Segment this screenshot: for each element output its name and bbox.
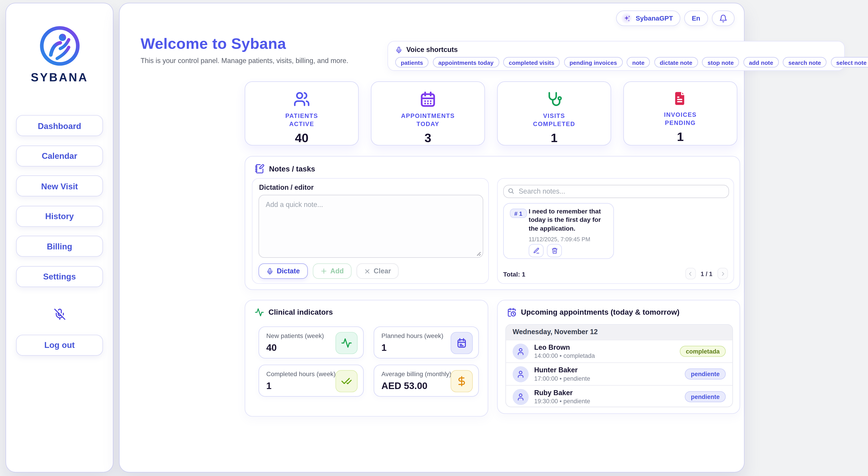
appointment-row[interactable]: Hunter Baker 17:00:00 • pendiente pendie… [506, 362, 733, 385]
calendar-icon [451, 332, 473, 354]
activity-icon [255, 308, 264, 317]
stat-value-appointments: 3 [425, 131, 431, 146]
sybanagpt-label: SybanaGPT [636, 14, 673, 22]
note-card[interactable]: # 1 I need to remember that today is the… [503, 203, 614, 259]
clinical-indicators-title: Clinical indicators [269, 308, 333, 317]
language-button[interactable]: En [684, 11, 708, 26]
user-avatar-icon [513, 343, 529, 359]
clear-note-button[interactable]: Clear [356, 263, 399, 279]
appointment-detail: 19:30:00 • pendiente [534, 398, 590, 404]
note-number-badge: # 1 [510, 209, 527, 218]
bell-icon [719, 14, 727, 22]
page-indicator: 1 / 1 [701, 270, 712, 277]
patient-name: Ruby Baker [534, 389, 590, 397]
sidebar: SYBANA Dashboard Calendar New Visit Hist… [5, 3, 114, 472]
status-badge: completada [680, 346, 726, 357]
mic-off-icon[interactable] [53, 308, 66, 320]
search-notes-input[interactable] [503, 185, 729, 198]
clinical-indicators-panel: Clinical indicators New patients (week) … [245, 300, 488, 417]
patient-name: Leo Brown [534, 344, 595, 351]
pencil-icon [533, 247, 539, 254]
logo: SYBANA [31, 24, 88, 84]
calendar-icon [420, 91, 436, 107]
notes-pagination: 1 / 1 [685, 268, 728, 279]
dictation-editor-panel: Dictation / editor Dictate [252, 178, 489, 284]
chip-completed-visits[interactable]: completed visits [503, 57, 560, 68]
dictate-button[interactable]: Dictate [258, 263, 308, 279]
users-icon [293, 91, 310, 107]
notes-tasks-panel: Notes / tasks Dictation / editor [245, 156, 740, 290]
chip-pending-invoices[interactable]: pending invoices [564, 57, 622, 68]
dollar-icon [451, 370, 473, 392]
stat-value-invoices: 1 [677, 130, 684, 145]
stat-card-appointments-today: APPOINTMENTSTODAY 3 [371, 81, 485, 146]
stat-value-patients: 40 [295, 131, 309, 146]
notifications-button[interactable] [712, 11, 735, 26]
sidebar-item-billing[interactable]: Billing [16, 235, 103, 257]
stethoscope-icon [546, 91, 562, 107]
calendar-clock-icon [507, 308, 517, 317]
upcoming-appointments-panel: Upcoming appointments (today & tomorrow)… [497, 300, 740, 414]
patient-name: Hunter Baker [534, 366, 590, 374]
stat-cards: PATIENTSACTIVE 40 APPOINTMENTSTODAY 3 [245, 81, 737, 146]
appointment-row[interactable]: Ruby Baker 19:30:00 • pendiente pendient… [506, 385, 733, 407]
chip-dictate-note[interactable]: dictate note [654, 57, 698, 68]
chip-search-note[interactable]: search note [783, 57, 827, 68]
add-note-button[interactable]: Add [313, 263, 351, 279]
invoice-icon [673, 91, 688, 106]
chevron-right-icon [720, 271, 725, 276]
sidebar-nav: Dashboard Calendar New Visit History Bil… [16, 115, 103, 287]
chip-note[interactable]: note [627, 57, 650, 68]
indicator-average-billing: Average billing (monthly) AED 53.00 [374, 364, 479, 397]
next-page-button[interactable] [717, 268, 728, 279]
appointment-detail: 17:00:00 • pendiente [534, 375, 590, 382]
sybanagpt-button[interactable]: SybanaGPT [616, 11, 680, 26]
upcoming-appointments-title: Upcoming appointments (today & tomorrow) [521, 308, 680, 317]
logout-button[interactable]: Log out [16, 335, 103, 355]
note-timestamp: 11/12/2025, 7:09:45 PM [529, 235, 590, 242]
indicator-new-patients: New patients (week) 40 [258, 326, 364, 358]
trash-icon [551, 247, 558, 254]
activity-icon [336, 332, 358, 354]
indicator-planned-hours: Planned hours (week) 1 [374, 326, 479, 358]
indicator-completed-hours: Completed hours (week) 1 [258, 364, 364, 397]
quick-note-textarea[interactable] [258, 195, 483, 258]
delete-note-button[interactable] [547, 244, 562, 257]
mic-icon [266, 267, 274, 275]
note-text: I need to remember that today is the fir… [529, 208, 612, 233]
notes-total: Total: 1 [503, 271, 525, 278]
notes-list-panel: # 1 I need to remember that today is the… [497, 178, 734, 284]
status-badge: pendiente [685, 369, 726, 380]
notebook-pen-icon [255, 164, 265, 174]
check-check-icon [336, 370, 358, 392]
prev-page-button[interactable] [685, 268, 696, 279]
sidebar-item-settings[interactable]: Settings [16, 266, 103, 287]
chip-add-note[interactable]: add note [743, 57, 779, 68]
sybana-logo-icon [38, 24, 81, 68]
sidebar-item-calendar[interactable]: Calendar [16, 145, 103, 166]
notes-tasks-title: Notes / tasks [269, 165, 315, 173]
sparkles-icon [621, 13, 632, 24]
sidebar-item-dashboard[interactable]: Dashboard [16, 115, 103, 136]
stat-value-visits: 1 [551, 131, 557, 146]
appointment-row[interactable]: Leo Brown 14:00:00 • completada completa… [506, 340, 733, 362]
edit-note-button[interactable] [529, 244, 544, 257]
plus-icon [320, 268, 327, 274]
sidebar-item-new-visit[interactable]: New Visit [16, 175, 103, 196]
chip-appointments-today[interactable]: appointments today [433, 57, 499, 68]
search-icon [508, 188, 514, 194]
chip-patients[interactable]: patients [395, 57, 429, 68]
sidebar-item-history[interactable]: History [16, 205, 103, 227]
page-header: Welcome to Sybana This is your control p… [141, 35, 348, 65]
chip-stop-note[interactable]: stop note [702, 57, 739, 68]
appointments-table: Wednesday, November 12 Leo Brown 14:00:0… [505, 324, 733, 407]
dictation-editor-label: Dictation / editor [259, 184, 314, 191]
chip-select-note-1[interactable]: select note 1 [831, 57, 868, 68]
page-title: Welcome to Sybana [141, 35, 348, 53]
voice-shortcuts-title: Voice shortcuts [406, 46, 458, 54]
x-icon [364, 268, 370, 274]
stat-card-visits-completed: VISITSCOMPLETED 1 [497, 81, 611, 146]
brand-wordmark: SYBANA [31, 71, 88, 84]
page-subtitle: This is your control panel. Manage patie… [141, 57, 348, 65]
stat-card-invoices-pending: INVOICESPENDING 1 [623, 81, 737, 146]
